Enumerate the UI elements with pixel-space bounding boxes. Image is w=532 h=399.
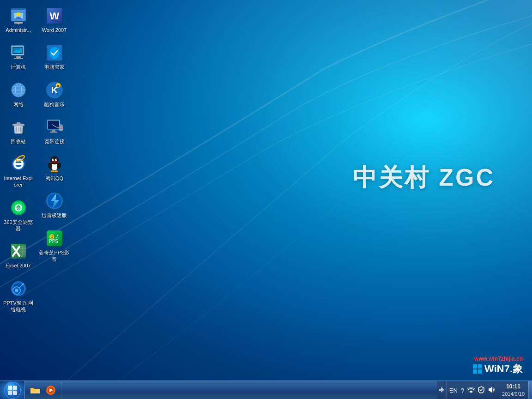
tray-icons: EN ? xyxy=(446,381,498,399)
svg-rect-98 xyxy=(13,386,17,390)
svg-rect-14 xyxy=(14,58,23,59)
expand-tray-icon xyxy=(439,387,444,393)
pptv-label: PPTV聚力 网络电视 xyxy=(3,300,34,313)
administrator-icon xyxy=(9,6,28,25)
taskbar-media-button[interactable] xyxy=(43,383,58,398)
kugo-label: 酷狗音乐 xyxy=(44,101,65,108)
svg-rect-6 xyxy=(11,8,26,10)
action-center-button[interactable] xyxy=(437,387,446,394)
qq-icon xyxy=(45,154,64,174)
taskbar: EN ? xyxy=(0,381,532,399)
svg-point-80 xyxy=(53,159,53,160)
svg-marker-106 xyxy=(489,387,492,393)
svg-point-87 xyxy=(54,156,55,157)
win7-watermark: www.win7zhijia.cn WiN7.象 xyxy=(472,356,523,376)
svg-rect-9 xyxy=(14,22,23,24)
svg-point-10 xyxy=(17,12,20,16)
media-player-icon xyxy=(46,385,56,395)
icon-word[interactable]: W Word 2007 xyxy=(37,3,72,36)
icon-pptv[interactable]: PPTV聚力 网络电视 xyxy=(1,276,36,316)
recycle-icon xyxy=(9,117,28,137)
network-tray-icon[interactable] xyxy=(466,387,476,394)
svg-rect-97 xyxy=(8,386,12,390)
windows-start-icon xyxy=(7,385,18,395)
svg-rect-99 xyxy=(8,391,12,395)
show-desktop-button[interactable] xyxy=(528,381,532,399)
start-orb xyxy=(4,382,21,399)
start-button[interactable] xyxy=(0,381,25,399)
svg-rect-72 xyxy=(60,128,62,129)
word-label: Word 2007 xyxy=(42,27,67,33)
security-tray-icon[interactable] xyxy=(477,386,485,395)
broadband-label: 宽带连接 xyxy=(44,138,65,145)
360browser-label: 360安全浏览器 xyxy=(3,219,34,232)
excel-icon xyxy=(9,242,28,261)
svg-point-93 xyxy=(50,236,51,236)
xunlei-icon xyxy=(45,191,64,211)
icon-360browser[interactable]: 360 360安全浏览器 xyxy=(1,195,36,235)
system-clock[interactable]: 10:11 2014/9/10 xyxy=(498,381,528,399)
administrator-label: Administr... xyxy=(6,27,30,33)
network-status-icon xyxy=(467,387,475,393)
icon-recycle[interactable]: 回收站 xyxy=(1,115,36,147)
pcmgr-label: 电脑管家 xyxy=(44,64,65,70)
svg-text:W: W xyxy=(49,10,59,22)
clock-time: 10:11 xyxy=(506,383,520,391)
icon-excel[interactable]: Excel 2007 xyxy=(1,239,36,272)
svg-rect-67 xyxy=(50,132,57,133)
icon-ie[interactable]: Internet Explorer xyxy=(1,151,36,191)
qq-label: 腾讯QQ xyxy=(45,175,63,181)
svg-point-94 xyxy=(52,236,53,236)
desktop-icons-col1: Administr... 计算机 xyxy=(0,2,36,316)
zgc-watermark: 中关村 ZGC xyxy=(353,162,495,194)
icon-administrator[interactable]: Administr... xyxy=(1,3,36,36)
svg-text:PPS: PPS xyxy=(48,239,58,244)
svg-rect-71 xyxy=(60,127,62,127)
icon-xunlei[interactable]: 迅雷极速版 xyxy=(37,188,72,221)
icon-network[interactable]: 网络 xyxy=(1,78,36,110)
language-indicator[interactable]: EN xyxy=(448,387,459,394)
svg-point-53 xyxy=(15,289,18,292)
desktop-icons-col2: W Word 2007 电脑管家 xyxy=(36,2,73,266)
desktop: 中关村 ZGC www.win7zhijia.cn WiN7.象 xyxy=(0,0,532,399)
word-icon: W xyxy=(45,6,64,25)
pps-icon: ♪ PPS xyxy=(45,229,64,248)
icon-pps[interactable]: ♪ PPS 姜奇芝PPS影音 xyxy=(37,226,72,266)
ie-icon xyxy=(9,154,28,174)
svg-point-0 xyxy=(268,0,532,180)
pptv-icon xyxy=(9,279,28,298)
kugo-icon: K K xyxy=(45,80,64,100)
svg-rect-4 xyxy=(478,369,482,374)
security-shield-icon xyxy=(478,386,484,393)
network-icon xyxy=(9,80,28,100)
pcmgr-icon xyxy=(45,43,64,62)
svg-rect-2 xyxy=(478,364,482,369)
icon-pcmgr[interactable]: 电脑管家 xyxy=(37,40,72,73)
svg-marker-104 xyxy=(439,387,444,393)
svg-point-24 xyxy=(12,83,25,97)
svg-point-85 xyxy=(54,170,58,172)
taskbar-explorer-button[interactable] xyxy=(28,383,42,398)
help-button[interactable]: ? xyxy=(460,387,465,394)
volume-tray-icon[interactable] xyxy=(487,387,496,394)
broadband-icon xyxy=(45,117,64,137)
network-label: 网络 xyxy=(13,101,24,108)
computer-icon xyxy=(9,43,28,62)
system-tray: EN ? xyxy=(437,381,532,399)
clock-date: 2014/9/10 xyxy=(502,391,525,398)
quick-launch xyxy=(25,381,61,399)
svg-point-92 xyxy=(49,234,54,239)
icon-broadband[interactable]: 宽带连接 xyxy=(37,115,72,147)
svg-rect-13 xyxy=(16,56,21,58)
icon-qq[interactable]: 腾讯QQ xyxy=(37,151,72,184)
svg-rect-26 xyxy=(17,122,20,124)
svg-text:K: K xyxy=(57,84,60,88)
svg-rect-70 xyxy=(60,124,62,126)
recycle-label: 回收站 xyxy=(11,138,26,145)
watermark-brand: WiN7.象 xyxy=(472,362,523,376)
volume-icon xyxy=(488,387,495,393)
icon-computer[interactable]: 计算机 xyxy=(1,40,36,73)
windows-logo-icon xyxy=(472,364,483,374)
icon-kugo[interactable]: K K 酷狗音乐 xyxy=(37,78,72,110)
svg-rect-100 xyxy=(13,391,17,395)
